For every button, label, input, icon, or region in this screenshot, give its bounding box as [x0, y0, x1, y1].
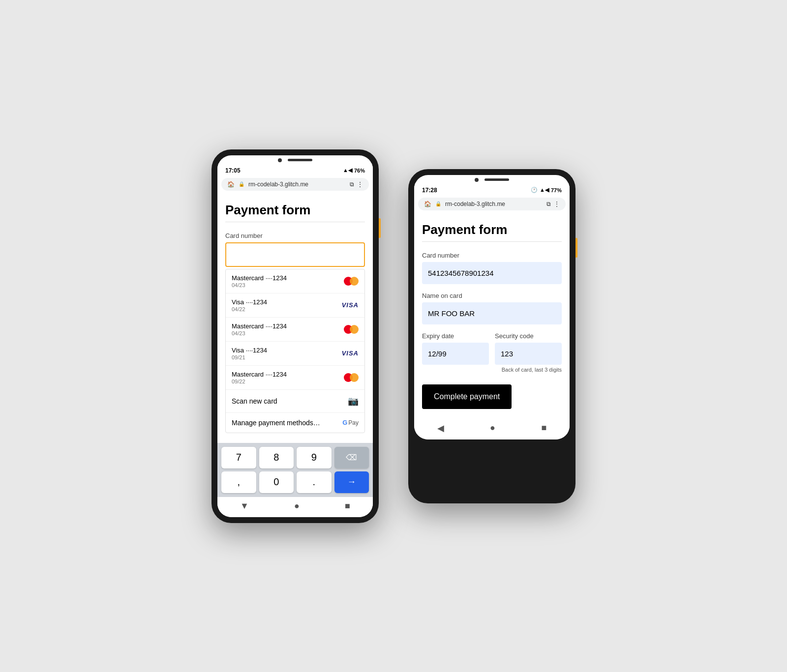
camera-right	[475, 178, 479, 182]
gpay-g-letter: G	[342, 419, 347, 426]
mc-icon-2	[344, 325, 359, 334]
card-item-text-1: Visa ····1234 04/22	[232, 298, 267, 312]
phone-notch-right	[414, 175, 570, 183]
right-phone: 17:28 🕐 ▲◀ 77% 🏠 🔒 rm-codelab-3.glitch.m…	[408, 169, 575, 503]
card-expiry-3: 09/21	[232, 354, 267, 360]
card-item-text-3: Visa ····1234 09/21	[232, 347, 267, 360]
signal-icon-right: ▲◀	[540, 187, 549, 193]
card-number-input-right[interactable]	[422, 262, 562, 284]
card-item-text-2: Mastercard ····1234 04/23	[232, 322, 287, 336]
autocomplete-item-4[interactable]: Mastercard ····1234 09/22	[226, 366, 364, 390]
nav-square-left[interactable]: ■	[345, 501, 350, 511]
autocomplete-item-3[interactable]: Visa ····1234 09/21 VISA	[226, 342, 364, 366]
gpay-text: Pay	[348, 419, 359, 426]
name-input-right[interactable]	[422, 302, 562, 324]
card-brand-2: Mastercard ····1234	[232, 322, 287, 330]
camera-icon: 📷	[348, 396, 359, 407]
url-right[interactable]: rm-codelab-3.glitch.me	[445, 201, 505, 207]
mc-orange-2	[350, 325, 359, 334]
status-icons-left: ▲◀ 76%	[343, 167, 365, 174]
lock-icon-left: 🔒	[239, 181, 244, 187]
mc-orange-4	[350, 373, 359, 382]
tab-icon-left[interactable]: ⧉	[350, 181, 354, 188]
card-item-text-4: Mastercard ····1234 09/22	[232, 371, 287, 384]
title-divider-left	[225, 222, 365, 222]
expiry-col: Expiry date	[422, 332, 489, 373]
side-button-right	[575, 238, 577, 258]
browser-bar-right[interactable]: 🏠 🔒 rm-codelab-3.glitch.me ⧉ ⋮	[418, 198, 566, 210]
key-8[interactable]: 8	[259, 447, 294, 468]
speaker-right	[484, 178, 509, 181]
tab-icon-right[interactable]: ⧉	[546, 201, 551, 207]
name-label-right: Name on card	[422, 292, 562, 299]
visa-icon-3: VISA	[342, 350, 359, 357]
card-brand-3: Visa ····1234	[232, 347, 267, 354]
right-phone-inner: 17:28 🕐 ▲◀ 77% 🏠 🔒 rm-codelab-3.glitch.m…	[414, 175, 570, 439]
battery-left: 76%	[354, 168, 365, 174]
battery-right: 77%	[551, 187, 562, 193]
key-backspace[interactable]: ⌫	[334, 447, 369, 468]
mc-orange-0	[350, 277, 359, 286]
title-divider-right	[422, 241, 562, 242]
keyboard-row-2: , 0 . →	[221, 471, 369, 493]
security-input-right[interactable]	[495, 343, 562, 365]
key-next-arrow[interactable]: →	[334, 471, 369, 493]
page-content-right: Payment form Card number Name on card Ex…	[414, 212, 570, 419]
keyboard-row-1: 7 8 9 ⌫	[221, 447, 369, 468]
time-left: 17:05	[225, 167, 241, 174]
security-hint: Back of card, last 3 digits	[495, 367, 562, 373]
card-expiry-4: 09/22	[232, 379, 287, 384]
nav-home-right[interactable]: ●	[490, 423, 495, 433]
nav-back-right[interactable]: ◀	[437, 423, 444, 434]
page-content-left: Payment form Card number Mastercard ····…	[217, 193, 373, 443]
nav-back-left[interactable]: ▼	[240, 501, 249, 511]
phone-notch-left	[217, 155, 373, 163]
time-right: 17:28	[422, 187, 437, 194]
security-col: Security code Back of card, last 3 digit…	[495, 332, 562, 373]
scan-new-card-item[interactable]: Scan new card 📷	[226, 390, 364, 413]
card-brand-4: Mastercard ····1234	[232, 371, 287, 378]
nav-square-right[interactable]: ■	[541, 423, 546, 433]
manage-label: Manage payment methods…	[232, 419, 320, 427]
scan-label: Scan new card	[232, 397, 277, 405]
status-bar-right: 17:28 🕐 ▲◀ 77%	[414, 183, 570, 196]
autocomplete-item-2[interactable]: Mastercard ····1234 04/23	[226, 318, 364, 342]
browser-bar-left[interactable]: 🏠 🔒 rm-codelab-3.glitch.me ⧉ ⋮	[221, 178, 369, 191]
complete-payment-button[interactable]: Complete payment	[422, 384, 512, 409]
card-item-text-0: Mastercard ····1234 04/23	[232, 274, 287, 288]
autocomplete-item-0[interactable]: Mastercard ····1234 04/23	[226, 269, 364, 293]
lock-icon-right: 🔒	[435, 201, 441, 206]
expiry-input-right[interactable]	[422, 343, 489, 365]
card-brand-1: Visa ····1234	[232, 298, 267, 306]
autocomplete-item-1[interactable]: Visa ····1234 04/22 VISA	[226, 293, 364, 318]
nav-bar-left: ▼ ● ■	[217, 497, 373, 517]
home-icon-right: 🏠	[424, 201, 431, 207]
camera-left	[278, 158, 282, 162]
key-dot[interactable]: .	[297, 471, 332, 493]
key-9[interactable]: 9	[297, 447, 332, 468]
card-brand-0: Mastercard ····1234	[232, 274, 287, 282]
status-bar-left: 17:05 ▲◀ 76%	[217, 163, 373, 176]
signal-icon-left: ▲◀	[343, 167, 352, 174]
manage-payment-item[interactable]: Manage payment methods… G Pay	[226, 413, 364, 433]
keyboard: 7 8 9 ⌫ , 0 . →	[217, 443, 373, 497]
key-0[interactable]: 0	[259, 471, 294, 493]
card-number-input-left[interactable]	[225, 242, 365, 267]
nav-home-left[interactable]: ●	[294, 501, 300, 511]
menu-icon-left[interactable]: ⋮	[357, 181, 363, 188]
page-title-right: Payment form	[422, 222, 562, 237]
key-7[interactable]: 7	[221, 447, 256, 468]
card-expiry-0: 04/23	[232, 282, 287, 288]
card-expiry-1: 04/22	[232, 306, 267, 312]
page-title-left: Payment form	[225, 203, 365, 218]
mc-icon-4	[344, 373, 359, 382]
clock-icon-right: 🕐	[531, 187, 538, 193]
menu-icon-right[interactable]: ⋮	[554, 201, 560, 207]
speaker-left	[288, 159, 312, 161]
mc-icon-0	[344, 277, 359, 286]
left-phone-inner: 17:05 ▲◀ 76% 🏠 🔒 rm-codelab-3.glitch.me …	[217, 155, 373, 517]
gpay-icon: G Pay	[342, 419, 359, 426]
url-left[interactable]: rm-codelab-3.glitch.me	[248, 181, 308, 188]
expiry-label-right: Expiry date	[422, 332, 489, 340]
key-comma[interactable]: ,	[221, 471, 256, 493]
